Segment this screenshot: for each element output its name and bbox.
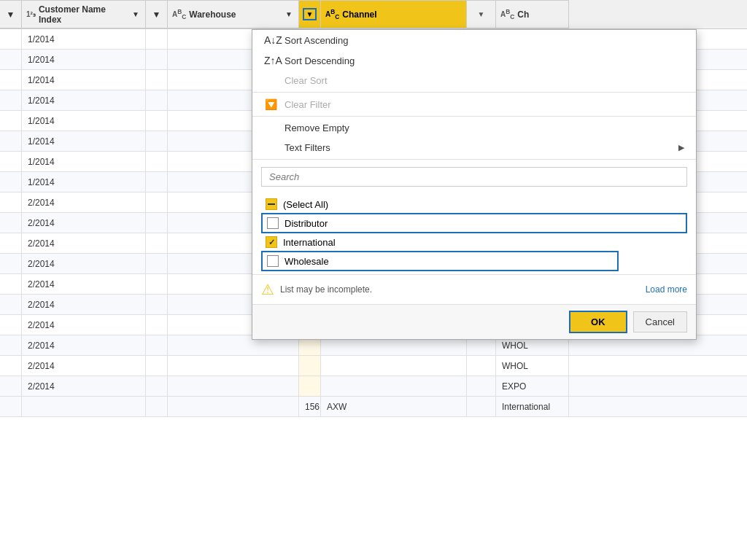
- text-filters-item[interactable]: Text Filters ▶: [252, 138, 696, 158]
- row-ctrl-cell: [0, 213, 22, 233]
- row-wh-ctrl-cell: [146, 152, 168, 171]
- row-date-cell: 2/2014: [22, 315, 146, 335]
- col-customer-dropdown-btn[interactable]: ▼: [131, 9, 141, 20]
- row-wh-ctrl-cell: [146, 295, 168, 314]
- row-ctrl-cell: [0, 376, 22, 396]
- international-checkbox[interactable]: ✓: [266, 236, 277, 248]
- row-date-cell: 2/2014: [22, 295, 146, 314]
- menu-footer: OK Cancel: [252, 304, 696, 339]
- row-date-cell: 1/2014: [22, 70, 146, 90]
- col-header-channel[interactable]: ABC Channel: [321, 0, 467, 28]
- ch-ctrl-dropdown-icon: ▼: [478, 10, 485, 18]
- row-ch-ctrl-cell: [467, 356, 496, 376]
- menu-separator-3: [252, 159, 696, 160]
- row-wh-ctrl-cell: [146, 50, 168, 69]
- checkbox-select-all[interactable]: (Select All): [261, 195, 687, 213]
- col-header-arrow[interactable]: ▼: [0, 0, 22, 28]
- col-numeric-icon: 1²₃: [26, 10, 36, 18]
- row-channel-ctrl-cell: [299, 356, 321, 376]
- sort-ascending-item[interactable]: A↓Z Sort Ascending: [252, 30, 696, 50]
- row-ctrl-cell: [0, 192, 22, 212]
- search-input[interactable]: [261, 167, 687, 187]
- row-date-cell: 2/2014: [22, 233, 146, 253]
- col-header-ch-ctrl[interactable]: ▼: [467, 0, 496, 28]
- col-header-warehouse[interactable]: ABC Warehouse ▼: [168, 0, 299, 28]
- row-date-cell: 2/2014: [22, 213, 146, 233]
- row-wh-ctrl-cell: [146, 233, 168, 253]
- clear-filter-label: Clear Filter: [285, 99, 331, 110]
- row-wh-ctrl-cell: [146, 90, 168, 110]
- select-all-checkbox[interactable]: [266, 198, 277, 210]
- row-wh-ctrl-cell: [146, 376, 168, 396]
- last-row-cell-2: [146, 397, 168, 416]
- search-container: [252, 161, 696, 192]
- remove-empty-item[interactable]: Remove Empty: [252, 118, 696, 138]
- row-right-value-cell: WHOL: [496, 356, 569, 376]
- wholesale-label: Wholesale: [285, 256, 329, 267]
- sort-descending-icon: Z↑A: [264, 55, 277, 66]
- grid-header: ▼ 1²₃ Customer Name Index ▼ ▼ ABC Wareho…: [0, 0, 747, 29]
- row-wh-ctrl-cell: [146, 131, 168, 151]
- row-ctrl-cell: [0, 315, 22, 335]
- col-header-channel-ctrl[interactable]: ▼: [299, 0, 321, 28]
- row-ctrl-cell: [0, 50, 22, 69]
- row-date-cell: 1/2014: [22, 90, 146, 110]
- row-wh-ctrl-cell: [146, 254, 168, 273]
- checkbox-international[interactable]: ✓ International: [261, 233, 687, 251]
- clear-filter-icon: 🔽: [264, 98, 277, 110]
- col-channel-ctrl-dropdown-btn[interactable]: ▼: [303, 8, 317, 20]
- col-header-ch[interactable]: ABC Ch: [496, 0, 569, 28]
- cancel-button[interactable]: Cancel: [633, 311, 687, 332]
- ok-button[interactable]: OK: [569, 311, 627, 333]
- row-wh-ctrl-cell: [146, 213, 168, 233]
- warning-bar: ⚠ List may be incomplete. Load more: [252, 274, 696, 304]
- international-checkmark: ✓: [268, 238, 275, 247]
- clear-sort-label: Clear Sort: [285, 75, 328, 86]
- col-header-customer-name-label: Customer Name Index: [39, 4, 128, 25]
- row-date-cell: 1/2014: [22, 50, 146, 69]
- row-channel-cell: [321, 356, 467, 376]
- col-warehouse-dropdown-btn[interactable]: ▼: [284, 9, 294, 20]
- load-more-link[interactable]: Load more: [646, 284, 687, 295]
- row-right-value-cell: EXPO: [496, 376, 569, 396]
- row-date-cell: 2/2014: [22, 274, 146, 294]
- last-row-cell-0: [0, 397, 22, 416]
- row-ctrl-cell: [0, 172, 22, 192]
- sort-descending-item[interactable]: Z↑A Sort Descending: [252, 50, 696, 71]
- row-date-cell: 1/2014: [22, 111, 146, 131]
- table-row: 2/2014 EXPO: [0, 376, 747, 397]
- distributor-checkbox[interactable]: [267, 217, 279, 229]
- checkbox-distributor[interactable]: Distributor: [261, 213, 687, 233]
- col-header-customer-name[interactable]: 1²₃ Customer Name Index ▼: [22, 0, 146, 28]
- last-row-date: [168, 397, 299, 416]
- row-date-cell: 2/2014: [22, 192, 146, 212]
- menu-separator-2: [252, 116, 696, 117]
- row-ctrl-cell: [0, 254, 22, 273]
- checkbox-wholesale[interactable]: Wholesale: [261, 251, 619, 271]
- col-header-warehouse-label: Warehouse: [189, 9, 236, 20]
- row-date-cell: 2/2014: [22, 356, 146, 376]
- row-channel-cell: [321, 376, 467, 396]
- warning-text: List may be incomplete.: [280, 284, 372, 295]
- international-label: International: [283, 237, 336, 248]
- clear-sort-item: Clear Sort: [252, 71, 696, 90]
- last-row-international: International: [496, 397, 569, 416]
- row-ctrl-cell: [0, 335, 22, 355]
- select-all-label: (Select All): [283, 199, 328, 210]
- indeterminate-mark: [268, 203, 275, 205]
- wholesale-checkbox[interactable]: [267, 255, 279, 267]
- row-ctrl-cell: [0, 90, 22, 110]
- col-header-warehouse-ctrl[interactable]: ▼: [146, 0, 168, 28]
- row-ctrl-cell: [0, 356, 22, 376]
- row-ctrl-cell: [0, 131, 22, 151]
- arrow-dropdown-icon: ▼: [7, 9, 15, 20]
- row-ctrl-cell: [0, 152, 22, 171]
- row-channel-ctrl-cell: [299, 376, 321, 396]
- last-row-cell-1: [22, 397, 146, 416]
- row-wh-ctrl-cell: [146, 356, 168, 376]
- col-header-channel-label: Channel: [342, 9, 376, 20]
- clear-filter-item: 🔽 Clear Filter: [252, 94, 696, 114]
- grid-last-row: 156 AXW International: [0, 397, 747, 417]
- row-date-cell: 2/2014: [22, 254, 146, 273]
- checkbox-list: (Select All) Distributor ✓ International…: [252, 192, 696, 274]
